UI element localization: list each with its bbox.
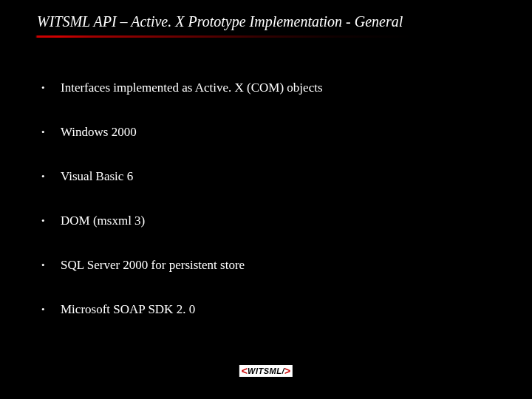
title-divider — [35, 35, 411, 38]
slide-title: WITSML API – Active. X Prototype Impleme… — [37, 13, 403, 30]
bullet-icon: • — [37, 301, 61, 318]
bullet-icon: • — [37, 168, 61, 185]
bullet-icon: • — [37, 257, 61, 273]
bullet-icon: • — [37, 213, 61, 229]
list-item: • SQL Server 2000 for persistent store — [37, 257, 480, 273]
bullet-icon: • — [37, 124, 61, 140]
list-item: • Microsoft SOAP SDK 2. 0 — [37, 301, 480, 318]
list-item-text: Visual Basic 6 — [61, 168, 480, 185]
logo-open-bracket: < — [242, 366, 248, 376]
list-item: • DOM (msxml 3) — [37, 213, 480, 229]
witsml-logo: < WITSML/ > — [239, 365, 293, 377]
logo-close-bracket: > — [284, 366, 290, 376]
list-item: • Windows 2000 — [37, 124, 480, 140]
list-item: • Interfaces implemented as Active. X (C… — [37, 80, 480, 96]
list-item-text: DOM (msxml 3) — [61, 213, 480, 229]
list-item-text: Windows 2000 — [61, 124, 480, 140]
slide-content: • Interfaces implemented as Active. X (C… — [37, 80, 480, 346]
list-item-text: SQL Server 2000 for persistent store — [61, 257, 480, 273]
list-item-text: Interfaces implemented as Active. X (COM… — [61, 80, 480, 96]
bullet-icon: • — [37, 80, 61, 96]
list-item-text: Microsoft SOAP SDK 2. 0 — [61, 301, 480, 318]
list-item: • Visual Basic 6 — [37, 168, 480, 185]
logo-text: WITSML/ — [248, 367, 284, 375]
